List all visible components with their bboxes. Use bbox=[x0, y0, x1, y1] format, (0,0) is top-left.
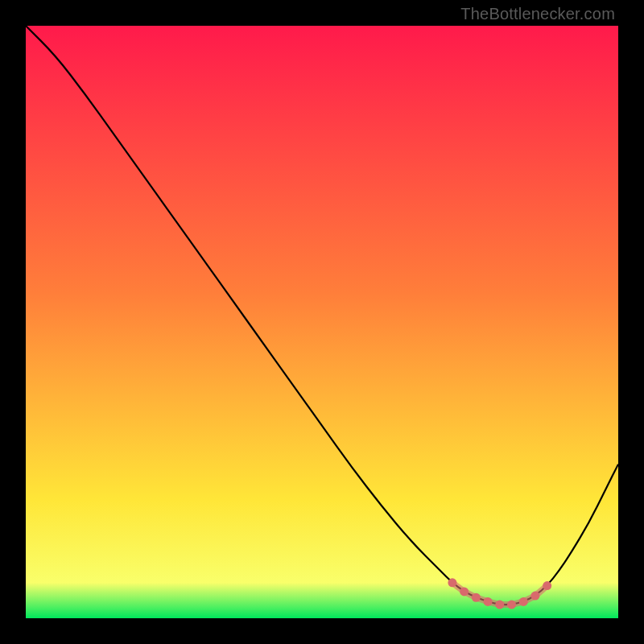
highlight-dot bbox=[519, 597, 528, 606]
highlight-dot bbox=[495, 601, 504, 609]
highlight-dot bbox=[448, 578, 456, 587]
chart-plot bbox=[26, 26, 618, 618]
highlight-dot bbox=[507, 601, 516, 609]
highlight-dot bbox=[472, 593, 481, 602]
watermark-text: TheBottlenecker.com bbox=[460, 5, 615, 23]
highlight-dot bbox=[530, 592, 539, 601]
gradient-fill bbox=[26, 26, 618, 618]
highlight-dot bbox=[460, 587, 469, 596]
highlight-dot bbox=[543, 581, 551, 590]
page-root: TheBottlenecker.com bbox=[0, 0, 644, 644]
highlight-dot bbox=[484, 597, 493, 606]
